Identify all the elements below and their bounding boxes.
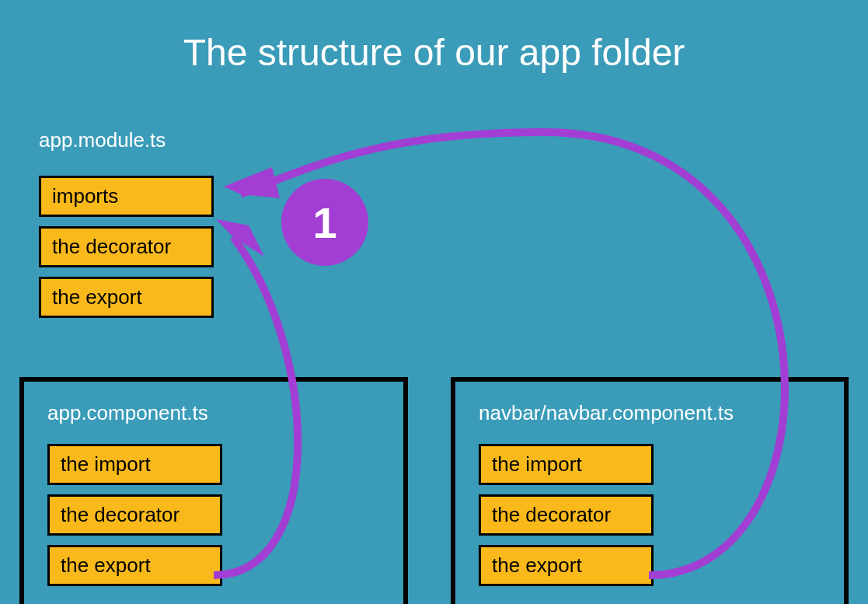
component-item-export: the export — [47, 545, 222, 586]
component-items-navbar: the import the decorator the export — [479, 444, 821, 586]
arrow-head-right — [224, 167, 280, 198]
component-item-decorator: the decorator — [47, 494, 222, 536]
component-filename-app: app.component.ts — [47, 401, 380, 425]
component-items-app: the import the decorator the export — [47, 444, 380, 586]
module-section: app.module.ts imports the decorator the … — [39, 128, 214, 318]
component-panel-navbar: navbar/navbar.component.ts the import th… — [451, 377, 849, 604]
module-item-imports: imports — [39, 176, 214, 217]
component-item-import: the import — [47, 444, 222, 485]
component-filename-navbar: navbar/navbar.component.ts — [479, 401, 821, 425]
component-panel-app: app.component.ts the import the decorato… — [19, 377, 408, 604]
arrow-head-left — [216, 219, 264, 257]
step-badge: 1 — [281, 179, 368, 266]
module-item-export: the export — [39, 277, 214, 318]
module-item-decorator: the decorator — [39, 226, 214, 267]
step-number: 1 — [312, 197, 336, 248]
slide-title: The structure of our app folder — [0, 31, 868, 74]
component-item-decorator: the decorator — [479, 494, 654, 536]
module-items: imports the decorator the export — [39, 176, 214, 318]
component-item-import: the import — [479, 444, 654, 485]
module-filename: app.module.ts — [39, 128, 214, 152]
component-item-export: the export — [479, 545, 654, 586]
